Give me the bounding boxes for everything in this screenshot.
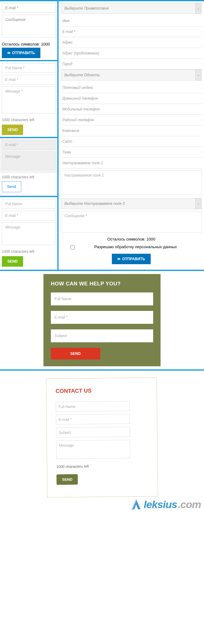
email-field[interactable] <box>2 3 55 13</box>
send-button[interactable]: ✉ОТПРАВИТЬ <box>112 254 150 264</box>
form2: 1000 characters left SEND <box>0 60 57 137</box>
send-button[interactable]: SEND <box>2 125 23 135</box>
olive-title: HOW CAN WE HELP YOU? <box>51 281 153 287</box>
main-row: Осталось символов: 1000 ✉ОТПРАВИТЬ 1000 … <box>0 0 204 270</box>
city-field[interactable] <box>61 59 202 70</box>
custom3-select[interactable]: Выберите Настраиваемое поле 3 <box>61 198 202 209</box>
email-field[interactable] <box>2 75 55 85</box>
message-field[interactable] <box>2 152 55 170</box>
logo-a-icon <box>129 498 143 511</box>
big-form: Выберите Приветствие⌄ Выберите Область⌄ … <box>59 1 204 270</box>
greeting-select[interactable]: Выберите Приветствие <box>61 3 202 14</box>
form4: 1000 characters left SEND <box>0 196 57 268</box>
send-label: ОТПРАВИТЬ <box>122 257 145 261</box>
send-label: ОТПРАВИТЬ <box>12 51 35 55</box>
site-field[interactable] <box>61 136 202 147</box>
chars-left: 1000 characters left <box>56 462 148 471</box>
address2-field[interactable] <box>61 48 202 59</box>
email-field[interactable] <box>51 311 153 324</box>
message-field[interactable] <box>2 222 55 245</box>
logo-text-2: .com <box>178 499 201 511</box>
logo-wrap: leksius.com <box>0 498 204 512</box>
send-button[interactable]: ✉ОТПРАВИТЬ <box>2 48 40 58</box>
envelope-icon: ✉ <box>7 51 10 55</box>
chars-left: 1000 characters left <box>2 117 55 125</box>
email-field[interactable] <box>2 211 55 221</box>
send-button[interactable]: SEND <box>51 348 100 360</box>
send-button[interactable]: SEND <box>56 474 78 485</box>
olive-form: HOW CAN WE HELP YOU? SEND <box>43 274 161 366</box>
left-column: Осталось символов: 1000 ✉ОТПРАВИТЬ 1000 … <box>0 1 59 270</box>
paper-title: CONTACT US <box>55 387 147 394</box>
name-field[interactable] <box>51 292 153 305</box>
region-select[interactable]: Выберите Область <box>61 70 202 81</box>
chars-left: 1000 characters left <box>2 248 55 256</box>
message-field[interactable] <box>2 86 55 113</box>
email-field[interactable] <box>56 414 130 425</box>
name-field[interactable] <box>2 63 55 73</box>
custom2-field[interactable] <box>61 170 202 195</box>
message-field[interactable] <box>61 211 202 233</box>
chars-left: Осталось символов: 1000 <box>2 41 55 48</box>
paper-form: CONTACT US 1000 characters left SEND <box>46 377 158 498</box>
logo: leksius.com <box>129 498 201 511</box>
subject-field[interactable] <box>56 427 130 438</box>
olive-section: HOW CAN WE HELP YOU? SEND <box>0 270 204 369</box>
work-phone-field[interactable] <box>61 115 202 125</box>
consent-label: Разрешаю обработку персональных данных <box>79 244 192 249</box>
name-field[interactable] <box>2 199 55 209</box>
company-field[interactable] <box>61 125 202 136</box>
home-phone-field[interactable] <box>61 93 202 104</box>
email-field[interactable] <box>61 26 202 37</box>
chars-left: Осталось символов: 1000 <box>61 236 202 243</box>
form1: Осталось символов: 1000 ✉ОТПРАВИТЬ <box>0 1 57 60</box>
zip-field[interactable] <box>61 82 202 93</box>
mobile-phone-field[interactable] <box>61 104 202 115</box>
send-button[interactable]: Send <box>2 181 21 192</box>
send-button[interactable]: SEND <box>2 256 23 267</box>
envelope-icon: ✉ <box>117 257 120 261</box>
subject-field[interactable] <box>51 329 153 342</box>
name-field[interactable] <box>56 401 130 412</box>
message-field[interactable] <box>2 15 55 38</box>
custom1-field[interactable] <box>61 158 202 169</box>
chars-left: 1000 characters left <box>0 173 57 181</box>
consent-checkbox[interactable] <box>70 245 75 249</box>
logo-text-1: leksius <box>144 499 177 511</box>
address-field[interactable] <box>61 37 202 48</box>
topic-field[interactable] <box>61 147 202 158</box>
email-field[interactable] <box>2 140 55 150</box>
message-field[interactable] <box>56 440 130 459</box>
form3: 1000 characters left Send <box>0 137 57 196</box>
paper-section: CONTACT US 1000 characters left SEND <box>0 369 204 498</box>
name-field[interactable] <box>61 16 202 26</box>
